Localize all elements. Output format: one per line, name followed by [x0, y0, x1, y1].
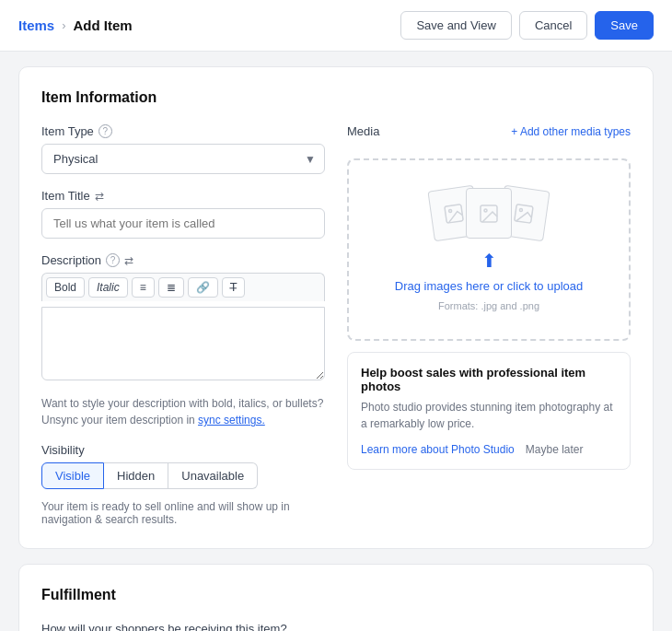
upload-formats: Formats: .jpg and .png: [438, 300, 539, 311]
photo-studio-description: Photo studio provides stunning item phot…: [361, 399, 617, 432]
description-sync-icon[interactable]: ⇄: [124, 254, 133, 267]
page-title: Add Item: [74, 18, 133, 33]
photo-studio-actions: Learn more about Photo Studio Maybe late…: [361, 443, 617, 456]
visibility-status-text: Your item is ready to sell online and wi…: [41, 500, 325, 526]
visibility-buttons: Visible Hidden Unavailable: [41, 462, 325, 489]
upload-icon: ⬆: [481, 250, 497, 272]
item-type-label: Item Type ?: [41, 124, 325, 138]
item-type-help-icon[interactable]: ?: [98, 124, 112, 138]
left-column: Item Type ? Physical Digital Service ▼: [41, 124, 325, 526]
item-info-grid: Item Type ? Physical Digital Service ▼: [41, 124, 631, 526]
photo-studio-title: Help boost sales with professional item …: [361, 366, 617, 393]
item-information-card: Item Information Item Type ? Physical Di…: [18, 66, 654, 549]
item-information-title: Item Information: [41, 89, 631, 106]
learn-more-photo-studio-link[interactable]: Learn more about Photo Studio: [361, 443, 515, 456]
maybe-later-button[interactable]: Maybe later: [526, 443, 584, 456]
item-title-input[interactable]: [41, 208, 325, 239]
item-title-sync-icon[interactable]: ⇄: [95, 190, 104, 203]
breadcrumb-items-link[interactable]: Items: [18, 18, 54, 33]
svg-point-5: [519, 208, 522, 211]
description-help-icon[interactable]: ?: [106, 253, 120, 267]
save-and-view-button[interactable]: Save and View: [400, 11, 512, 40]
media-label: Media: [347, 124, 379, 138]
svg-point-3: [484, 209, 487, 212]
photo-studio-promo: Help boost sales with professional item …: [347, 352, 631, 470]
upload-text: Drag images here or click to upload: [395, 279, 584, 293]
image-stack: [431, 188, 547, 239]
cancel-button[interactable]: Cancel: [519, 11, 587, 40]
visibility-hidden-button[interactable]: Hidden: [104, 462, 168, 489]
clear-format-button[interactable]: T̶: [222, 277, 245, 298]
visibility-label: Visibility: [41, 443, 325, 457]
description-textarea[interactable]: [41, 307, 325, 380]
description-group: Description ? ⇄ Bold Italic ≡ ≣ 🔗 T̶: [41, 253, 325, 380]
fulfillment-card: Fulfillment How will your shoppers be re…: [18, 564, 654, 631]
description-label: Description ? ⇄: [41, 253, 325, 267]
breadcrumb-chevron-icon: ›: [62, 18, 65, 32]
svg-point-1: [448, 209, 451, 212]
item-type-select[interactable]: Physical Digital Service: [41, 144, 325, 174]
fulfillment-question: How will your shoppers be receiving this…: [41, 622, 631, 631]
save-button[interactable]: Save: [595, 11, 654, 40]
item-type-group: Item Type ? Physical Digital Service ▼: [41, 124, 325, 174]
visibility-visible-button[interactable]: Visible: [41, 462, 104, 489]
right-column: Media + Add other media types: [347, 124, 631, 526]
fulfillment-title: Fulfillment: [41, 587, 631, 603]
visibility-group: Visibility Visible Hidden Unavailable Yo…: [41, 443, 325, 526]
img-card-2: [466, 188, 512, 239]
main-content: Item Information Item Type ? Physical Di…: [0, 52, 672, 631]
description-toolbar: Bold Italic ≡ ≣ 🔗 T̶: [41, 273, 325, 301]
top-bar: Items › Add Item Save and View Cancel Sa…: [0, 0, 672, 52]
item-title-label: Item Title ⇄: [41, 189, 325, 203]
media-header: Media + Add other media types: [347, 124, 631, 138]
visibility-unavailable-button[interactable]: Unavailable: [168, 462, 258, 489]
item-title-group: Item Title ⇄: [41, 189, 325, 239]
bold-button[interactable]: Bold: [46, 277, 85, 298]
upload-area[interactable]: ⬆ Drag images here or click to upload Fo…: [347, 158, 631, 341]
sync-settings-link[interactable]: sync settings.: [198, 414, 265, 427]
top-actions: Save and View Cancel Save: [400, 11, 654, 40]
item-type-select-wrapper: Physical Digital Service ▼: [41, 144, 325, 174]
ordered-list-button[interactable]: ≣: [158, 277, 184, 298]
add-media-link[interactable]: + Add other media types: [511, 125, 631, 138]
unordered-list-button[interactable]: ≡: [132, 277, 155, 298]
link-button[interactable]: 🔗: [188, 277, 218, 298]
breadcrumb: Items › Add Item: [18, 18, 133, 33]
description-help-text: Want to style your description with bold…: [41, 395, 325, 428]
italic-button[interactable]: Italic: [88, 277, 128, 298]
